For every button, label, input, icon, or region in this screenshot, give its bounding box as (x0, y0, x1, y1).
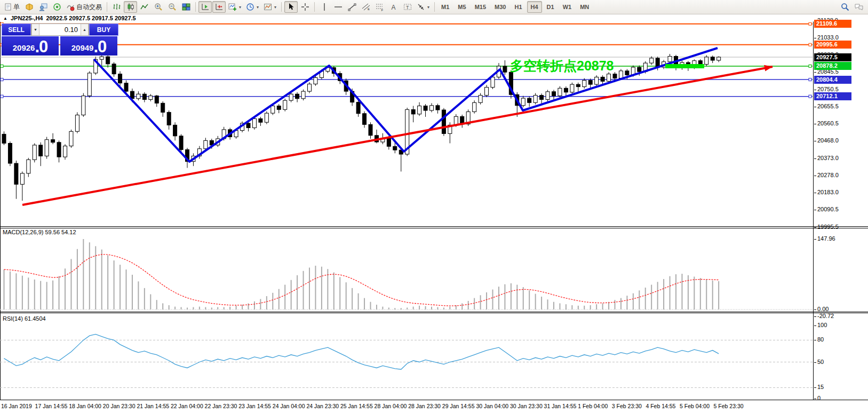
price-axis[interactable]: 21128.021033.020938.020845.520750.520655… (814, 14, 868, 413)
volume-increase-button[interactable]: ▲ (81, 24, 89, 35)
indicators-button[interactable]: ▾ (226, 1, 243, 13)
date-axis[interactable]: 16 Jan 201917 Jan 14:5518 Jan 04:0020 Ja… (0, 400, 868, 413)
journal-button[interactable] (22, 1, 36, 13)
timeframe-m30[interactable]: M30 (491, 1, 509, 13)
sell-button[interactable]: SELL (2, 23, 31, 36)
rsi-axis-label: 50 (817, 359, 824, 365)
svg-text:T: T (406, 5, 409, 10)
candlestick-chart-button[interactable] (124, 1, 137, 13)
cursor-icon (287, 3, 296, 11)
auto-trading-button[interactable]: 自动交易 (64, 1, 104, 13)
arrows-button[interactable]: ▾ (415, 1, 432, 13)
rsi-axis-label: 100 (817, 322, 827, 328)
one-click-trading-panel: SELL ▼ 0.10 ▲ BUY 20926 .0 20949 .0 (2, 23, 119, 55)
price-tick: 20183.0 (817, 189, 839, 195)
new-order-label: 单 (13, 3, 20, 12)
vertical-line-button[interactable] (317, 1, 331, 13)
chevron-down-icon: ▾ (257, 5, 259, 10)
date-label: 31 Jan 14:55 (544, 403, 577, 409)
new-order-button[interactable]: 单 (2, 1, 22, 13)
signals-button[interactable] (50, 1, 63, 13)
macd-axis-label: -20.72 (817, 313, 834, 319)
sell-price-main: 20926 (13, 41, 35, 55)
price-tick: 20655.5 (817, 103, 839, 109)
price-badge: 20804.4 (814, 76, 851, 84)
price-badge: 20995.6 (814, 41, 851, 49)
sell-price-box[interactable]: 20926 .0 (2, 36, 59, 55)
buy-button[interactable]: BUY (89, 23, 118, 36)
timeframe-m5[interactable]: M5 (454, 1, 469, 13)
toolbar-separator (281, 2, 282, 12)
timeframe-d1[interactable]: D1 (543, 1, 558, 13)
zoom-out-button[interactable] (165, 1, 179, 13)
timeframe-m15[interactable]: M15 (471, 1, 490, 13)
crosshair-button[interactable] (298, 1, 312, 13)
timeframe-mn[interactable]: MN (576, 1, 593, 13)
date-label: 30 Jan 04:00 (476, 403, 508, 409)
line-chart-button[interactable] (138, 1, 151, 13)
rsi-label: RSI(14) 61.4504 (3, 315, 46, 322)
price-badge: 21109.6 (814, 20, 851, 28)
crosshair-icon (301, 3, 309, 11)
text-label-button[interactable]: T (401, 1, 414, 13)
rsi-axis-label: 80 (817, 336, 824, 343)
tile-windows-button[interactable] (179, 1, 193, 13)
text-button[interactable]: A (387, 1, 400, 13)
chart-shift-icon (215, 3, 224, 11)
toolbar: 单 自动交易 (0, 0, 868, 14)
chart-shift-button[interactable] (212, 1, 226, 13)
chat-icon (854, 3, 864, 11)
chat-button[interactable] (852, 1, 866, 13)
clock-icon (246, 3, 254, 11)
volume-field[interactable]: 0.10 (39, 24, 81, 35)
trendline-icon (348, 3, 356, 11)
fibonacci-button[interactable]: F (373, 1, 386, 13)
trendline-button[interactable] (345, 1, 359, 13)
price-tick: 20560.5 (817, 120, 839, 126)
red-trend-line (22, 67, 773, 205)
new-order-icon (4, 3, 12, 11)
rsi-axis-label: 15 (817, 384, 824, 390)
timeframe-h1[interactable]: H1 (511, 1, 525, 13)
volume-stepper: ▼ 0.10 ▲ (31, 23, 89, 36)
templates-button[interactable]: ▾ (261, 1, 278, 13)
line-chart-icon (140, 3, 149, 11)
timeframe-m1[interactable]: M1 (437, 1, 453, 13)
chart-canvas: 多空转折点20878 (0, 0, 868, 413)
search-button[interactable] (838, 1, 851, 13)
buy-price-box[interactable]: 20949 .0 (60, 36, 117, 55)
date-label: 4 Feb 14:55 (646, 403, 675, 409)
rsi-line (4, 334, 719, 369)
volume-decrease-button[interactable]: ▼ (31, 24, 39, 35)
date-label: 29 Jan 14:55 (442, 403, 475, 409)
date-label: 30 Jan 23:30 (510, 403, 543, 409)
toolbar-separator (195, 2, 196, 12)
periods-button[interactable]: ▾ (244, 1, 261, 13)
auto-scroll-button[interactable] (198, 1, 212, 13)
timeframe-h4[interactable]: H4 (527, 1, 542, 13)
date-label: 5 Feb 23:30 (714, 403, 744, 409)
equidistant-channel-icon: E (362, 3, 370, 11)
horizontal-lines-layer (0, 22, 813, 98)
timeframe-w1[interactable]: W1 (559, 1, 576, 13)
cursor-button[interactable] (284, 1, 298, 13)
date-label: 20 Jan 23:30 (103, 403, 136, 409)
candles-layer (2, 53, 721, 201)
date-label: 22 Jan 23:30 (205, 403, 237, 409)
date-label: 3 Feb 23:30 (612, 403, 642, 409)
horizontal-line-button[interactable] (331, 1, 345, 13)
date-label: 18 Jan 04:00 (69, 403, 101, 409)
equidistant-channel-button[interactable]: E (359, 1, 372, 13)
toolbar-separator (434, 2, 435, 12)
signals-icon (53, 3, 61, 11)
date-label: 16 Jan 2019 (1, 403, 32, 409)
drawn-objects-layer[interactable]: 多空转折点20878 (22, 48, 773, 205)
bar-chart-button[interactable] (110, 1, 123, 13)
chevron-down-icon: ▾ (274, 5, 276, 10)
svg-text:A: A (391, 4, 395, 11)
pivot-annotation-text: 多空转折点20878 (510, 58, 614, 73)
zoom-in-button[interactable] (152, 1, 165, 13)
price-badge: 20878.2 (814, 62, 851, 70)
accounts-button[interactable] (36, 1, 50, 13)
date-label: 28 Jan 04:00 (375, 403, 407, 409)
